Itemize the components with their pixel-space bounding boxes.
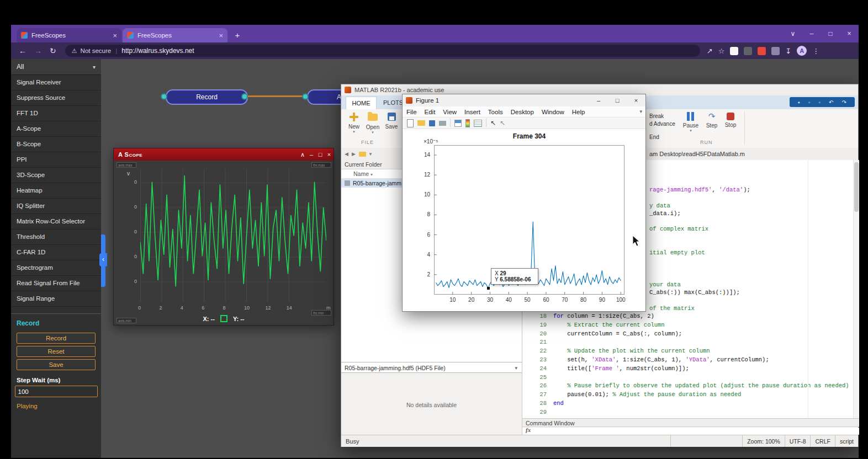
bookmark-star-icon[interactable]: ☆ [718,47,725,55]
stop-button[interactable]: Stop [722,112,739,128]
collapse-chevron-icon[interactable]: ‹ [99,253,107,266]
sidebar-item-3d-scope[interactable]: 3D-Scope [11,168,101,183]
legend-icon[interactable] [474,120,482,127]
figure-titlebar[interactable]: Figure 1 – □ × [403,94,645,107]
extension-puzzle-icon[interactable] [771,47,780,55]
redo-icon[interactable]: ↷ [842,99,846,105]
browser-tab-1[interactable]: FreeScopes × [17,28,121,42]
colorbar-icon[interactable] [465,119,470,127]
extension-icon-2[interactable] [744,47,752,55]
undo-icon[interactable]: ↶ [829,99,833,105]
menu-item-insert[interactable]: Insert [461,109,484,115]
maximize-icon[interactable]: □ [316,151,325,158]
sidebar-item-iq-splitter[interactable]: IQ Splitter [11,199,101,214]
figure-close-button[interactable]: × [627,97,645,104]
forward-icon[interactable]: ▶ [352,151,356,157]
chevron-down-icon[interactable]: ▾ [369,151,372,157]
share-icon[interactable]: ↗ [707,47,713,55]
axis-max-field[interactable]: axis.max [117,162,136,168]
figure-plot-area[interactable]: Frame 304 ×10⁻⁵ 2468101214 1020304050607… [403,129,645,311]
new-tab-button[interactable]: + [232,30,243,41]
extension-icon-3[interactable] [758,47,766,55]
a-scope-chart[interactable] [140,169,326,302]
menu-kebab-icon[interactable]: ⋮ [812,47,819,55]
node-port-dot[interactable] [161,93,167,100]
window-maximize-button[interactable]: □ [821,25,840,42]
sidebar-item-suppress-source[interactable]: Suppress Source [11,90,101,106]
record-button[interactable]: Record [17,333,96,344]
sidebar-item-threshold[interactable]: Threshold [11,230,101,245]
threshold-max-field[interactable]: thr.max [311,162,331,168]
forward-icon[interactable]: → [34,46,42,55]
sidebar-item-signal-receiver[interactable]: Signal Receiver [11,75,101,90]
sidebar-item-c-far-1d[interactable]: C-FAR 1D [11,245,101,260]
tab-home[interactable]: HOME [346,97,377,109]
tab-search-icon[interactable]: ∨ [784,25,802,42]
minimize-icon[interactable]: – [307,151,316,158]
sidebar-item-a-scope[interactable]: A-Scope [11,121,101,137]
save-button[interactable]: Save [383,112,400,130]
save-icon[interactable]: ▪ [798,99,800,105]
figure-minimize-button[interactable]: – [589,97,608,104]
command-window[interactable]: fx [522,428,859,435]
chevron-down-icon[interactable]: ▾ [639,106,642,117]
menu-item-edit[interactable]: Edit [421,109,440,115]
file-path[interactable]: am Desktop\readH5FDataMatlab.m [649,148,745,160]
node-port-dot[interactable] [302,93,309,100]
sidebar-item-matrix-row-col-selector[interactable]: Matrix Row-Col Selector [11,214,101,230]
menu-item-file[interactable]: File [403,109,421,115]
sidebar-item-spectrogram[interactable]: Spectrogram [11,260,101,276]
print-icon[interactable] [439,121,446,126]
close-icon[interactable]: × [325,151,334,158]
profile-avatar[interactable]: A [797,46,807,56]
browser-tab-2[interactable]: FreeScopes × [123,28,227,42]
open-file-icon[interactable] [417,120,425,126]
cut-icon[interactable]: ▫ [808,99,811,105]
menu-item-help[interactable]: Help [568,109,589,115]
back-icon[interactable]: ← [19,46,27,55]
back-icon[interactable]: ◀ [345,151,348,157]
window-close-button[interactable]: × [840,25,859,42]
reload-icon[interactable]: ↻ [50,46,56,55]
sidebar-item-fft-1d[interactable]: FFT 1D [11,106,101,121]
sidebar-item-heatmap[interactable]: Heatmap [11,183,101,199]
copy-icon[interactable]: ▫ [818,99,821,105]
sidebar-item-ppi[interactable]: PPI [11,152,101,168]
step-wait-input[interactable] [15,386,98,397]
menu-item-view[interactable]: View [439,109,461,115]
pointer-tool-icon[interactable]: ↖ [490,119,496,127]
menu-item-window[interactable]: Window [538,109,568,115]
url-bar[interactable]: ⚠ Not secure | http://walrus.skydevs.net [65,45,700,57]
tab-close-icon[interactable]: × [113,31,117,40]
collapse-icon[interactable]: ∧ [298,151,307,158]
details-file-selector[interactable]: R05-barrage-jamming.hdf5 (HDF5 File) ▾ [341,362,522,373]
insert-plot-icon[interactable] [454,120,462,127]
pause-button[interactable]: Pause ▾ [682,112,699,133]
a-scope-titlebar[interactable]: A Scope ∧ – □ × [114,148,334,161]
x-tick: 70 [559,297,570,303]
figure-maximize-button[interactable]: □ [608,97,627,104]
sidebar-item-signal-range[interactable]: Signal Range [11,291,101,307]
filter-dropdown[interactable]: All ▾ [11,59,101,75]
new-figure-icon[interactable] [407,119,414,127]
menu-item-desktop[interactable]: Desktop [507,109,538,115]
node-port-dot[interactable] [241,93,248,100]
save-button[interactable]: Save [17,359,96,370]
editor-scrollbar[interactable] [853,160,859,418]
node-record[interactable]: Record [166,89,248,105]
sidebar-item-read-signal-from-file[interactable]: Read Signal From File [11,276,101,291]
open-button[interactable]: Open ▾ [364,112,381,135]
tab-close-icon[interactable]: × [219,31,223,40]
download-icon[interactable]: ↧ [785,47,791,55]
command-window-header[interactable]: Command Window [522,418,859,427]
new-button[interactable]: New ▾ [346,112,362,134]
folder-icon[interactable] [359,152,366,157]
datatip-tool-icon[interactable]: ↖ [500,119,505,127]
window-minimize-button[interactable]: – [802,25,821,42]
step-button[interactable]: ↷ Step [703,112,720,129]
reset-button[interactable]: Reset [17,346,96,357]
menu-item-tools[interactable]: Tools [484,109,507,115]
save-figure-icon[interactable] [429,120,435,126]
extension-icon-1[interactable] [730,47,738,55]
sidebar-item-b-scope[interactable]: B-Scope [11,137,101,152]
